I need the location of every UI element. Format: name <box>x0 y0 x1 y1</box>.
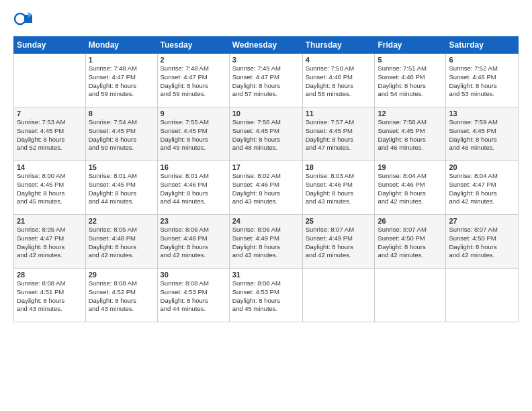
day-info: Sunrise: 7:52 AMSunset: 4:46 PMDaylight:… <box>449 64 515 99</box>
calendar-cell: 19Sunrise: 8:04 AMSunset: 4:46 PMDayligh… <box>375 161 446 215</box>
day-info: Sunrise: 8:04 AMSunset: 4:47 PMDaylight:… <box>449 172 515 206</box>
day-info: Sunrise: 8:05 AMSunset: 4:47 PMDaylight:… <box>17 226 83 260</box>
calendar-cell: 3Sunrise: 7:49 AMSunset: 4:47 PMDaylight… <box>229 54 302 107</box>
calendar-cell: 26Sunrise: 8:07 AMSunset: 4:50 PMDayligh… <box>375 215 446 269</box>
calendar-cell: 7Sunrise: 7:53 AMSunset: 4:45 PMDaylight… <box>14 107 86 161</box>
calendar-cell <box>14 54 86 107</box>
day-info: Sunrise: 7:58 AMSunset: 4:45 PMDaylight:… <box>378 118 443 152</box>
weekday-header: Saturday <box>446 37 519 54</box>
weekday-header: Thursday <box>302 37 375 54</box>
day-info: Sunrise: 8:07 AMSunset: 4:49 PMDaylight:… <box>306 226 372 260</box>
calendar-cell: 25Sunrise: 8:07 AMSunset: 4:49 PMDayligh… <box>302 215 375 269</box>
day-info: Sunrise: 7:50 AMSunset: 4:46 PMDaylight:… <box>306 64 372 99</box>
day-number: 2 <box>161 56 226 64</box>
calendar-cell: 11Sunrise: 7:57 AMSunset: 4:45 PMDayligh… <box>302 107 375 161</box>
day-number: 8 <box>89 109 154 118</box>
weekday-header: Tuesday <box>157 37 229 54</box>
calendar-cell: 13Sunrise: 7:59 AMSunset: 4:45 PMDayligh… <box>446 107 519 161</box>
day-info: Sunrise: 7:53 AMSunset: 4:45 PMDaylight:… <box>17 118 83 152</box>
calendar-cell: 27Sunrise: 8:07 AMSunset: 4:50 PMDayligh… <box>446 215 519 269</box>
day-info: Sunrise: 7:54 AMSunset: 4:45 PMDaylight:… <box>89 118 154 152</box>
day-info: Sunrise: 8:01 AMSunset: 4:46 PMDaylight:… <box>161 172 226 206</box>
calendar-cell: 4Sunrise: 7:50 AMSunset: 4:46 PMDaylight… <box>302 54 375 107</box>
day-info: Sunrise: 7:48 AMSunset: 4:47 PMDaylight:… <box>89 64 154 99</box>
day-number: 5 <box>378 56 443 64</box>
day-info: Sunrise: 8:08 AMSunset: 4:53 PMDaylight:… <box>161 279 226 314</box>
day-number: 20 <box>449 163 515 171</box>
calendar-cell: 23Sunrise: 8:06 AMSunset: 4:48 PMDayligh… <box>157 215 229 269</box>
svg-point-0 <box>15 13 26 24</box>
weekday-header: Monday <box>85 37 157 54</box>
day-number: 3 <box>232 56 300 64</box>
calendar-cell: 14Sunrise: 8:00 AMSunset: 4:45 PMDayligh… <box>14 161 86 215</box>
day-number: 24 <box>232 217 300 225</box>
day-info: Sunrise: 7:56 AMSunset: 4:45 PMDaylight:… <box>232 118 300 152</box>
calendar-cell: 10Sunrise: 7:56 AMSunset: 4:45 PMDayligh… <box>229 107 302 161</box>
day-info: Sunrise: 7:48 AMSunset: 4:47 PMDaylight:… <box>161 64 226 99</box>
calendar-cell <box>446 269 519 322</box>
weekday-header: Wednesday <box>229 37 302 54</box>
calendar-cell: 1Sunrise: 7:48 AMSunset: 4:47 PMDaylight… <box>85 54 157 107</box>
day-info: Sunrise: 7:49 AMSunset: 4:47 PMDaylight:… <box>232 64 300 99</box>
day-info: Sunrise: 8:07 AMSunset: 4:50 PMDaylight:… <box>378 226 443 260</box>
day-number: 13 <box>449 109 515 118</box>
calendar-cell <box>302 269 375 322</box>
day-info: Sunrise: 8:04 AMSunset: 4:46 PMDaylight:… <box>378 172 443 206</box>
calendar-cell: 8Sunrise: 7:54 AMSunset: 4:45 PMDaylight… <box>85 107 157 161</box>
day-info: Sunrise: 8:03 AMSunset: 4:46 PMDaylight:… <box>306 172 372 206</box>
day-info: Sunrise: 8:06 AMSunset: 4:48 PMDaylight:… <box>161 226 226 260</box>
logo <box>13 11 35 30</box>
calendar-cell: 24Sunrise: 8:06 AMSunset: 4:49 PMDayligh… <box>229 215 302 269</box>
day-info: Sunrise: 8:08 AMSunset: 4:51 PMDaylight:… <box>17 279 83 314</box>
day-info: Sunrise: 8:00 AMSunset: 4:45 PMDaylight:… <box>17 172 83 206</box>
day-info: Sunrise: 8:08 AMSunset: 4:52 PMDaylight:… <box>89 279 154 314</box>
day-number: 29 <box>89 271 154 279</box>
calendar-cell <box>375 269 446 322</box>
day-number: 14 <box>17 163 83 171</box>
day-info: Sunrise: 8:05 AMSunset: 4:48 PMDaylight:… <box>89 226 154 260</box>
day-number: 28 <box>17 271 83 279</box>
day-info: Sunrise: 7:57 AMSunset: 4:45 PMDaylight:… <box>306 118 372 152</box>
calendar-cell: 20Sunrise: 8:04 AMSunset: 4:47 PMDayligh… <box>446 161 519 215</box>
day-info: Sunrise: 7:51 AMSunset: 4:46 PMDaylight:… <box>378 64 443 99</box>
calendar-cell: 12Sunrise: 7:58 AMSunset: 4:45 PMDayligh… <box>375 107 446 161</box>
day-info: Sunrise: 8:08 AMSunset: 4:53 PMDaylight:… <box>232 279 300 314</box>
day-number: 19 <box>378 163 443 171</box>
day-number: 26 <box>378 217 443 225</box>
calendar-cell: 22Sunrise: 8:05 AMSunset: 4:48 PMDayligh… <box>85 215 157 269</box>
day-info: Sunrise: 8:01 AMSunset: 4:45 PMDaylight:… <box>89 172 154 206</box>
day-number: 12 <box>378 109 443 118</box>
day-info: Sunrise: 8:02 AMSunset: 4:46 PMDaylight:… <box>232 172 300 206</box>
weekday-header: Sunday <box>14 37 86 54</box>
day-info: Sunrise: 8:07 AMSunset: 4:50 PMDaylight:… <box>449 226 515 260</box>
calendar-cell: 6Sunrise: 7:52 AMSunset: 4:46 PMDaylight… <box>446 54 519 107</box>
calendar-cell: 21Sunrise: 8:05 AMSunset: 4:47 PMDayligh… <box>14 215 86 269</box>
day-number: 21 <box>17 217 83 225</box>
day-number: 27 <box>449 217 515 225</box>
calendar-cell: 5Sunrise: 7:51 AMSunset: 4:46 PMDaylight… <box>375 54 446 107</box>
calendar-cell: 28Sunrise: 8:08 AMSunset: 4:51 PMDayligh… <box>14 269 86 322</box>
day-number: 10 <box>232 109 300 118</box>
day-number: 11 <box>306 109 372 118</box>
day-number: 30 <box>161 271 226 279</box>
day-info: Sunrise: 8:06 AMSunset: 4:49 PMDaylight:… <box>232 226 300 260</box>
calendar: SundayMondayTuesdayWednesdayThursdayFrid… <box>13 36 519 322</box>
day-number: 31 <box>232 271 300 279</box>
calendar-cell: 2Sunrise: 7:48 AMSunset: 4:47 PMDaylight… <box>157 54 229 107</box>
day-number: 16 <box>161 163 226 171</box>
day-number: 6 <box>449 56 515 64</box>
day-number: 22 <box>89 217 154 225</box>
day-number: 18 <box>306 163 372 171</box>
day-info: Sunrise: 7:55 AMSunset: 4:45 PMDaylight:… <box>161 118 226 152</box>
day-number: 1 <box>89 56 154 64</box>
day-number: 7 <box>17 109 83 118</box>
day-number: 25 <box>306 217 372 225</box>
calendar-cell: 17Sunrise: 8:02 AMSunset: 4:46 PMDayligh… <box>229 161 302 215</box>
calendar-cell: 29Sunrise: 8:08 AMSunset: 4:52 PMDayligh… <box>85 269 157 322</box>
calendar-cell: 16Sunrise: 8:01 AMSunset: 4:46 PMDayligh… <box>157 161 229 215</box>
calendar-cell: 15Sunrise: 8:01 AMSunset: 4:45 PMDayligh… <box>85 161 157 215</box>
weekday-header: Friday <box>375 37 446 54</box>
logo-icon <box>13 11 32 30</box>
calendar-cell: 18Sunrise: 8:03 AMSunset: 4:46 PMDayligh… <box>302 161 375 215</box>
calendar-cell: 9Sunrise: 7:55 AMSunset: 4:45 PMDaylight… <box>157 107 229 161</box>
